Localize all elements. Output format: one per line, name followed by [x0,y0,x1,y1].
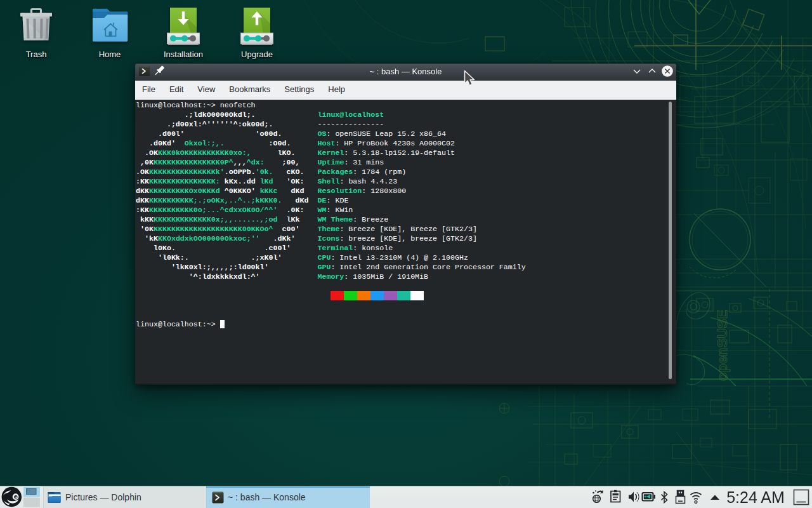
svg-text:openSUSE: openSUSE [714,310,730,381]
